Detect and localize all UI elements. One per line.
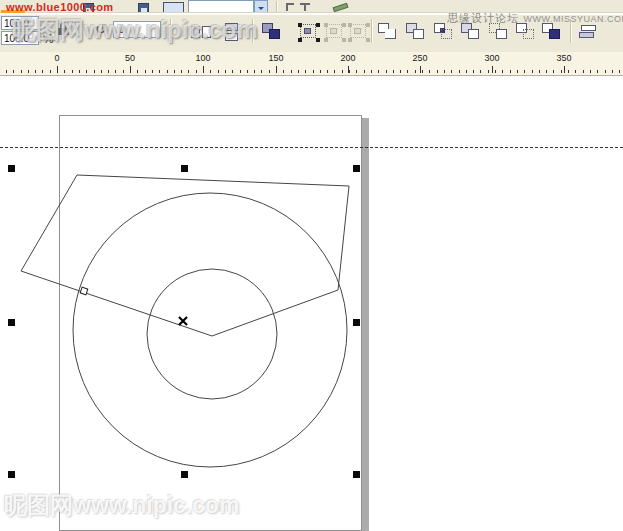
combobox-dropdown-button[interactable]: [254, 0, 268, 13]
ruler-minor-tick: [488, 70, 489, 73]
ruler-label: 350: [556, 53, 571, 63]
export-icon[interactable]: [163, 2, 184, 13]
ruler-minor-tick: [188, 70, 189, 73]
ruler-minor-tick: [334, 70, 335, 73]
ruler-minor-tick: [137, 70, 138, 73]
ruler-major-tick: [57, 66, 58, 73]
ruler-minor-tick: [254, 70, 255, 73]
ruler-minor-tick: [159, 70, 160, 73]
ruler-minor-tick: [583, 70, 584, 73]
ruler-minor-tick: [553, 70, 554, 73]
ruler-minor-tick: [356, 70, 357, 73]
toolbar-fragment: [286, 3, 312, 12]
ruler-minor-tick: [21, 70, 22, 73]
ruler-minor-tick: [101, 70, 102, 73]
ruler-minor-tick: [240, 70, 241, 73]
ruler-minor-tick: [247, 70, 248, 73]
ruler-minor-tick: [437, 70, 438, 73]
selection-handle[interactable]: [8, 319, 15, 326]
ruler-minor-tick: [86, 70, 87, 73]
ruler-minor-tick: [605, 70, 606, 73]
guideline-dashed[interactable]: [0, 147, 623, 148]
ruler-minor-tick: [196, 70, 197, 73]
ungroup-all-icon[interactable]: [348, 23, 370, 42]
ruler-minor-tick: [13, 70, 14, 73]
ruler-minor-tick: [145, 70, 146, 73]
selection-handle[interactable]: [353, 165, 360, 172]
ruler-minor-tick: [459, 70, 460, 73]
group-icon[interactable]: [298, 23, 320, 42]
ruler-minor-tick: [283, 70, 284, 73]
ruler-minor-tick: [261, 70, 262, 73]
watermark-nipic-bottom: 昵图网www.nipic.com: [4, 490, 240, 521]
ruler-minor-tick: [590, 70, 591, 73]
ruler-minor-tick: [218, 70, 219, 73]
weld-icon[interactable]: [377, 23, 399, 42]
ruler-label: 100: [195, 53, 210, 63]
selection-handle[interactable]: [8, 471, 15, 478]
watermark-missyuan-url: WWW.MISSYUAN.COM: [523, 14, 623, 24]
ruler-minor-tick: [502, 70, 503, 73]
ruler-minor-tick: [400, 70, 401, 73]
ruler-minor-tick: [313, 70, 314, 73]
ruler-minor-tick: [42, 70, 43, 73]
ruler-minor-tick: [539, 70, 540, 73]
watermark-blue1000: www.blue1000.com: [6, 1, 113, 13]
ruler-major-tick: [492, 66, 493, 73]
horizontal-ruler[interactable]: 050100150200250300350: [0, 52, 623, 76]
ruler-minor-tick: [115, 70, 116, 73]
ruler-minor-tick: [444, 70, 445, 73]
ruler-minor-tick: [123, 70, 124, 73]
ruler-major-tick: [203, 66, 204, 73]
ruler-major-tick: [130, 66, 131, 73]
ruler-minor-tick: [561, 70, 562, 73]
selection-handle[interactable]: [8, 165, 15, 172]
ruler-label: 200: [340, 53, 355, 63]
ruler-minor-tick: [378, 70, 379, 73]
ruler-major-tick: [564, 66, 565, 73]
page-shadow: [362, 118, 369, 531]
ruler-minor-tick: [451, 70, 452, 73]
app-window: www.blue1000.com % ↺: [0, 0, 623, 531]
ruler-minor-tick: [167, 70, 168, 73]
ruler-label: 300: [484, 53, 499, 63]
toolbar-separator: [276, 1, 278, 13]
selection-handle[interactable]: [181, 165, 188, 172]
ruler-minor-tick: [181, 70, 182, 73]
zoom-level-combobox[interactable]: [188, 0, 254, 13]
ruler-label: 250: [412, 53, 427, 63]
ruler-minor-tick: [152, 70, 153, 73]
ruler-minor-tick: [50, 70, 51, 73]
selection-handle[interactable]: [181, 471, 188, 478]
ruler-minor-tick: [480, 70, 481, 73]
ruler-minor-tick: [225, 70, 226, 73]
selection-handle[interactable]: [353, 471, 360, 478]
ruler-minor-tick: [429, 70, 430, 73]
toolbar-separator: [371, 19, 373, 43]
pen-tool-icon[interactable]: [333, 3, 349, 12]
ruler-minor-tick: [393, 70, 394, 73]
ruler-minor-tick: [612, 70, 613, 73]
ruler-minor-tick: [575, 70, 576, 73]
ruler-major-tick: [420, 66, 421, 73]
combine-icon[interactable]: [261, 23, 283, 42]
trim-icon[interactable]: [405, 23, 427, 42]
ruler-minor-tick: [619, 70, 620, 73]
ungroup-icon[interactable]: [324, 23, 346, 42]
ruler-minor-tick: [524, 70, 525, 73]
ruler-minor-tick: [342, 70, 343, 73]
ruler-major-tick: [276, 66, 277, 73]
ruler-minor-tick: [422, 70, 423, 73]
ruler-minor-tick: [232, 70, 233, 73]
import-icon[interactable]: [138, 3, 149, 13]
ruler-minor-tick: [305, 70, 306, 73]
ruler-minor-tick: [35, 70, 36, 73]
ruler-minor-tick: [72, 70, 73, 73]
selection-handle[interactable]: [353, 319, 360, 326]
page: [59, 115, 362, 531]
ruler-minor-tick: [174, 70, 175, 73]
ruler-minor-tick: [407, 70, 408, 73]
ruler-minor-tick: [510, 70, 511, 73]
ruler-minor-tick: [371, 70, 372, 73]
ruler-minor-tick: [210, 70, 211, 73]
